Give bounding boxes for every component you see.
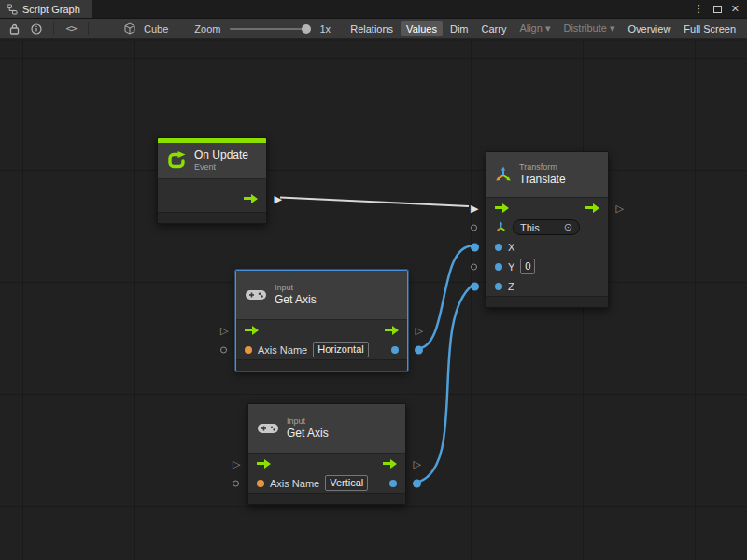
node-footer xyxy=(486,296,608,307)
on-update-icon xyxy=(166,150,187,171)
float-type-icon xyxy=(495,283,502,290)
control-output-port[interactable]: ▷ xyxy=(616,203,624,213)
axis-name-input-port[interactable] xyxy=(220,346,227,353)
control-flow-row: ▶ ▷ xyxy=(486,198,608,217)
node-footer xyxy=(236,359,407,371)
node-title: On Update xyxy=(194,148,248,161)
zoom-slider[interactable] xyxy=(230,28,308,30)
control-input-port[interactable]: ▶ xyxy=(471,203,478,213)
y-port-label: Y xyxy=(508,261,514,273)
y-input-row: Y 0 xyxy=(486,257,608,276)
control-output-port[interactable]: ▶ xyxy=(275,193,282,203)
control-flow-icon xyxy=(385,326,399,335)
toolbar-separator xyxy=(53,22,54,35)
graph-toolbar: <> Cube Zoom 1x Relations Values Dim Car… xyxy=(0,19,747,39)
node-header[interactable]: On Update Event xyxy=(158,143,266,178)
z-input-port[interactable] xyxy=(471,282,479,290)
toolbar-separator xyxy=(88,22,89,35)
control-flow-row: ▷ ▷ xyxy=(248,454,405,473)
axis-name-row: Axis Name Horizontal xyxy=(236,340,407,359)
string-type-icon xyxy=(245,346,252,354)
node-translate[interactable]: Transform Translate ▶ ▷ This ⊙ xyxy=(486,151,609,308)
fullscreen-button[interactable]: Full Screen xyxy=(678,21,741,36)
axis-name-row: Axis Name Vertical xyxy=(248,473,405,493)
values-button[interactable]: Values xyxy=(401,21,443,36)
control-output-port[interactable]: ▷ xyxy=(416,325,423,335)
dim-button[interactable]: Dim xyxy=(444,21,474,36)
zoom-label: Zoom xyxy=(194,23,220,35)
zoom-slider-handle[interactable] xyxy=(302,24,311,34)
node-footer xyxy=(158,212,266,223)
control-output-port[interactable]: ▷ xyxy=(414,458,421,469)
x-input-port[interactable] xyxy=(471,243,479,251)
control-flow-icon xyxy=(383,459,397,469)
node-category: Transform xyxy=(519,162,566,173)
relations-button[interactable]: Relations xyxy=(345,21,399,36)
node-title: Translate xyxy=(519,173,566,186)
align-dropdown[interactable]: Align ▾ xyxy=(514,21,556,36)
value-wire-horizontal-to-x[interactable] xyxy=(417,246,472,349)
control-output-row: ▶ xyxy=(158,189,266,208)
control-flow-icon xyxy=(257,459,271,469)
value-wire-vertical-to-z[interactable] xyxy=(417,286,472,483)
node-title: Get Axis xyxy=(287,427,329,440)
code-preview-icon[interactable]: <> xyxy=(63,21,79,37)
float-type-icon xyxy=(389,480,397,487)
axis-value-output-port[interactable] xyxy=(413,479,421,487)
control-flow-icon xyxy=(585,203,599,213)
node-on-update[interactable]: On Update Event ▶ xyxy=(157,137,267,224)
overview-button[interactable]: Overview xyxy=(623,21,677,36)
node-header[interactable]: Input Get Axis xyxy=(236,271,407,319)
node-header[interactable]: Transform Translate xyxy=(486,152,608,197)
graph-target-label[interactable]: Cube xyxy=(144,23,168,35)
this-object-picker[interactable]: This ⊙ xyxy=(513,219,580,235)
axis-name-field[interactable]: Horizontal xyxy=(313,342,369,357)
axis-name-field[interactable]: Vertical xyxy=(325,475,368,491)
node-category: Input xyxy=(275,283,317,293)
chevron-down-icon: ▾ xyxy=(545,22,551,34)
maximize-icon[interactable] xyxy=(713,6,722,13)
axis-name-input-port[interactable] xyxy=(233,480,239,486)
float-type-icon xyxy=(391,346,399,354)
window-menu-icon[interactable]: ⋮ xyxy=(694,4,704,14)
node-header[interactable]: Input Get Axis xyxy=(248,404,405,453)
gamepad-icon xyxy=(245,288,267,301)
close-icon[interactable]: ✕ xyxy=(731,4,740,14)
tab-script-graph[interactable]: Script Graph xyxy=(0,0,92,18)
script-graph-icon xyxy=(7,4,18,15)
chevron-down-icon: ▾ xyxy=(610,22,615,34)
window-controls: ⋮ ✕ xyxy=(694,0,747,18)
control-input-port[interactable]: ▷ xyxy=(220,325,228,335)
string-type-icon xyxy=(257,480,264,487)
y-input-port[interactable] xyxy=(471,263,477,270)
float-type-icon xyxy=(495,244,502,251)
toolbar-right-group: Relations Values Dim Carry Align ▾ Distr… xyxy=(345,21,741,36)
cube-icon xyxy=(121,21,138,37)
lock-icon[interactable] xyxy=(6,21,22,37)
control-input-port[interactable]: ▷ xyxy=(233,458,240,469)
node-get-axis-vertical[interactable]: Input Get Axis ▷ ▷ Axis Name Vertical xyxy=(247,403,406,505)
info-icon[interactable] xyxy=(28,21,45,37)
z-port-label: Z xyxy=(508,281,514,292)
axis-value-output-port[interactable] xyxy=(415,345,423,354)
control-wire[interactable] xyxy=(280,198,469,207)
axis-name-label: Axis Name xyxy=(270,478,319,489)
transform-icon xyxy=(495,166,512,183)
object-picker-icon[interactable]: ⊙ xyxy=(564,221,572,233)
graph-canvas[interactable]: On Update Event ▶ Transform Translate xyxy=(0,41,747,560)
distribute-dropdown[interactable]: Distribute ▾ xyxy=(557,21,620,36)
axis-name-label: Axis Name xyxy=(258,344,307,356)
this-label: This xyxy=(520,222,540,233)
control-flow-icon xyxy=(245,326,259,335)
node-get-axis-horizontal[interactable]: Input Get Axis ▷ ▷ Axis Name Horizontal xyxy=(235,270,408,371)
float-type-icon xyxy=(495,263,502,271)
x-port-label: X xyxy=(508,242,514,253)
zoom-value: 1x xyxy=(319,23,331,35)
control-flow-row: ▷ ▷ xyxy=(236,320,407,340)
this-input-port[interactable] xyxy=(471,224,477,231)
node-title: Get Axis xyxy=(275,293,317,306)
control-flow-icon xyxy=(244,194,258,203)
y-value-field[interactable]: 0 xyxy=(520,259,535,274)
control-flow-icon xyxy=(495,203,509,213)
carry-button[interactable]: Carry xyxy=(476,21,513,36)
